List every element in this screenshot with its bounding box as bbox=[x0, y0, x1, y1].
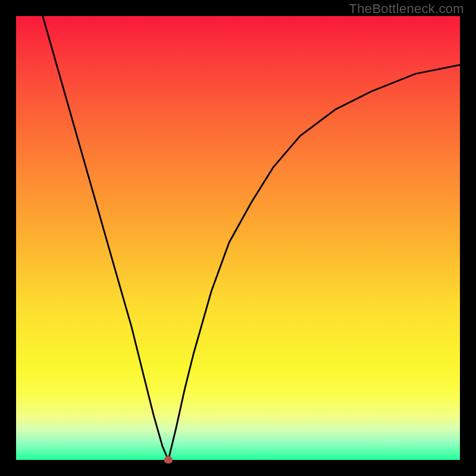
bottleneck-curve bbox=[16, 16, 460, 460]
plot-area bbox=[16, 16, 460, 460]
optimum-marker bbox=[164, 456, 173, 464]
chart-frame: TheBottleneck.com bbox=[0, 0, 476, 476]
watermark-text: TheBottleneck.com bbox=[349, 1, 464, 17]
